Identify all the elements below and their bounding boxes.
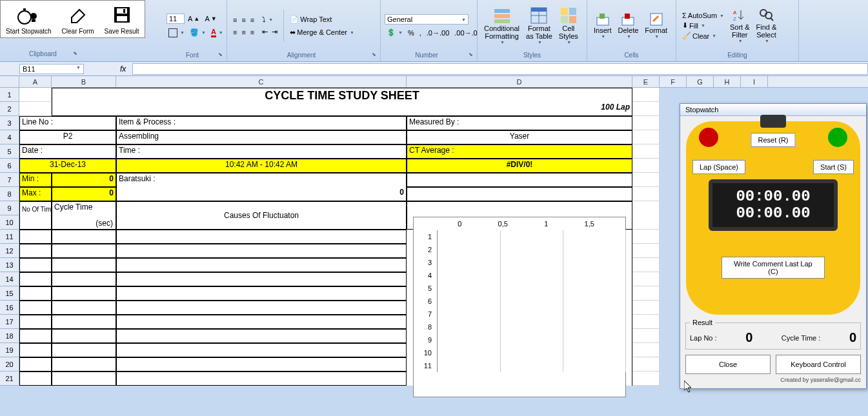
fx-button[interactable]: fx <box>116 64 130 74</box>
autosum-button[interactable]: Σ AutoSum▼ <box>680 11 726 20</box>
data-cell[interactable] <box>632 329 660 343</box>
insert-cells-button[interactable]: Insert▼ <box>591 11 614 41</box>
sort-filter-button[interactable]: AZ Sort & Filter▼ <box>727 6 752 45</box>
decrease-indent-button[interactable]: ⇤ <box>260 27 270 37</box>
data-cell[interactable] <box>116 329 407 343</box>
row-header[interactable]: 4 <box>0 130 19 144</box>
row-header[interactable]: 14 <box>0 272 19 286</box>
align-center-button[interactable]: ≡ <box>239 28 247 37</box>
merge-center-button[interactable]: ⬌ Merge & Center▼ <box>288 28 356 37</box>
row-header[interactable]: 3 <box>0 116 19 130</box>
embedded-chart[interactable]: 00,511,5 1234567891011 <box>413 217 626 397</box>
keyboard-control-button[interactable]: Keyboard Control <box>776 355 861 374</box>
font-dialog-launcher[interactable]: ⬊ <box>218 52 223 57</box>
row-header[interactable]: 1 <box>0 88 19 102</box>
column-header[interactable]: F <box>660 76 687 87</box>
column-header[interactable]: B <box>52 76 116 87</box>
data-cell[interactable] <box>116 272 407 286</box>
data-cell[interactable] <box>52 357 116 371</box>
data-cell[interactable] <box>19 357 52 371</box>
percent-format-button[interactable]: % <box>406 28 416 37</box>
reset-button[interactable]: Reset (R) <box>751 133 795 147</box>
data-cell[interactable] <box>116 244 407 258</box>
row-header[interactable]: 13 <box>0 258 19 272</box>
font-size-input[interactable]: 11 <box>167 14 185 24</box>
row-header[interactable]: 17 <box>0 315 19 329</box>
number-format-select[interactable]: General▼ <box>385 14 469 25</box>
clear-button[interactable]: 🧹 Clear▼ <box>680 31 726 41</box>
data-cell[interactable] <box>19 258 52 272</box>
column-header[interactable]: D <box>407 76 632 87</box>
data-cell[interactable] <box>52 315 116 329</box>
row-header[interactable]: 16 <box>0 301 19 315</box>
alignment-dialog-launcher[interactable]: ⬊ <box>372 52 376 57</box>
increase-decimal-button[interactable]: .0→.00 <box>425 28 451 37</box>
row-header[interactable]: 20 <box>0 357 19 371</box>
delete-cells-button[interactable]: Delete▼ <box>616 11 641 41</box>
data-cell[interactable] <box>632 230 660 244</box>
data-cell[interactable] <box>632 315 660 329</box>
row-header[interactable]: 2 <box>0 102 19 116</box>
data-cell[interactable] <box>19 315 52 329</box>
fill-color-button[interactable]: 🪣▼ <box>188 27 208 38</box>
data-cell[interactable] <box>632 244 660 258</box>
data-cell[interactable] <box>116 371 407 386</box>
item-process-value[interactable]: Assembling <box>116 130 407 144</box>
time-value[interactable]: 10:42 AM - 10:42 AM <box>116 159 407 173</box>
data-cell[interactable] <box>116 258 407 272</box>
data-cell[interactable] <box>632 371 660 386</box>
conditional-formatting-button[interactable]: Conditional Formatting▼ <box>481 5 522 46</box>
orientation-button[interactable]: ⤵▼ <box>260 15 279 24</box>
data-cell[interactable] <box>19 371 52 386</box>
data-cell[interactable] <box>19 343 52 357</box>
comma-format-button[interactable]: , <box>418 28 423 37</box>
column-header[interactable]: E <box>632 76 660 87</box>
align-bottom-button[interactable]: ≡ <box>248 15 256 25</box>
data-cell[interactable] <box>116 343 407 357</box>
formula-input[interactable] <box>132 63 868 75</box>
increase-font-button[interactable]: A▲ <box>186 14 201 24</box>
data-cell[interactable] <box>19 329 52 343</box>
row-header[interactable]: 5 <box>0 144 19 159</box>
borders-button[interactable]: ▼ <box>167 27 187 38</box>
date-value[interactable]: 31-Dec-13 <box>19 159 116 173</box>
row-header[interactable]: 15 <box>0 286 19 301</box>
increase-indent-button[interactable]: ⇥ <box>270 27 279 37</box>
align-right-button[interactable]: ≡ <box>248 28 256 37</box>
row-header[interactable]: 9 <box>0 201 19 215</box>
data-cell[interactable] <box>52 272 116 286</box>
data-cell[interactable] <box>52 343 116 357</box>
align-left-button[interactable]: ≡ <box>231 28 239 37</box>
data-cell[interactable] <box>116 357 407 371</box>
fill-button[interactable]: ⬇ Fill▼ <box>680 21 726 30</box>
clipboard-dialog-launcher[interactable]: ⬊ <box>73 50 77 56</box>
font-color-button[interactable]: A▼ <box>209 27 225 38</box>
measured-by-value[interactable]: Yaser <box>407 130 632 144</box>
data-cell[interactable] <box>632 357 660 371</box>
data-cell[interactable] <box>632 286 660 301</box>
find-select-button[interactable]: Find & Select▼ <box>754 6 780 45</box>
data-cell[interactable] <box>116 315 407 329</box>
data-cell[interactable] <box>19 230 52 244</box>
data-cell[interactable] <box>19 301 52 315</box>
write-comment-button[interactable]: Write Comment Last Lap (C) <box>722 257 825 279</box>
align-top-button[interactable]: ≡ <box>231 15 239 25</box>
column-header[interactable]: H <box>714 76 741 87</box>
cell-styles-button[interactable]: Cell Styles▼ <box>556 5 581 46</box>
start-button[interactable]: Start (S) <box>813 160 854 174</box>
data-cell[interactable] <box>632 343 660 357</box>
lap-button[interactable]: Lap (Space) <box>692 160 745 174</box>
row-header[interactable]: 21 <box>0 371 19 386</box>
number-dialog-launcher[interactable]: ⬊ <box>469 52 473 57</box>
column-header[interactable]: G <box>687 76 714 87</box>
accounting-format-button[interactable]: 💲▼ <box>385 28 405 37</box>
column-header[interactable]: I <box>741 76 768 87</box>
format-as-table-button[interactable]: Format as Table▼ <box>523 5 555 46</box>
decrease-decimal-button[interactable]: .00→.0 <box>452 28 479 37</box>
data-cell[interactable] <box>52 230 116 244</box>
data-cell[interactable] <box>19 272 52 286</box>
save-result-button[interactable]: Save Result <box>99 1 145 37</box>
data-cell[interactable] <box>632 258 660 272</box>
row-header[interactable]: 8 <box>0 187 19 201</box>
align-middle-button[interactable]: ≡ <box>239 15 247 25</box>
